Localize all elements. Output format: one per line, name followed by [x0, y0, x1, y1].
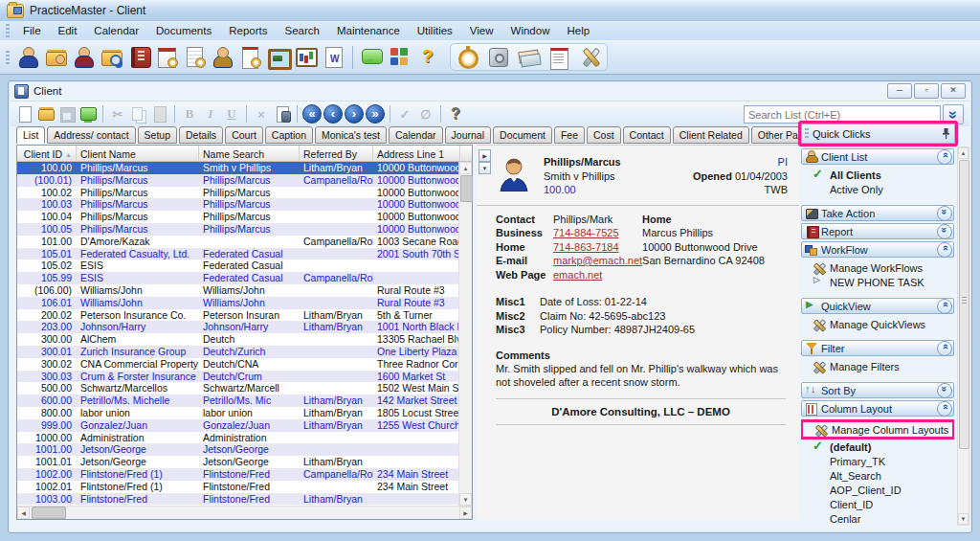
sidebar-item-manage-workflows[interactable]: Manage WorkFlows: [801, 260, 954, 275]
menu-documents[interactable]: Documents: [147, 23, 220, 38]
cancel-button[interactable]: [416, 104, 435, 124]
scroll-right-button[interactable]: ▶: [459, 507, 472, 519]
new-button[interactable]: [15, 104, 34, 124]
table-row[interactable]: 100.03Phillips/MarcusPhillips/Marcus1000…: [17, 198, 458, 211]
contacts-icon[interactable]: [72, 45, 96, 69]
address-book-icon[interactable]: [127, 45, 151, 69]
section-workflow[interactable]: WorkFlow: [801, 241, 954, 258]
table-row[interactable]: 800.00labor unionlabor unionLitham/Bryan…: [17, 407, 458, 419]
table-row[interactable]: 1003.00Flintstone/FredFlintstone/FredLit…: [17, 493, 458, 506]
section-column-layout[interactable]: Column Layout: [801, 400, 954, 417]
table-row[interactable]: 100.04Phillips/MarcusPhillips/Marcus1000…: [17, 211, 458, 223]
clients-icon[interactable]: [16, 45, 40, 69]
journal-icon[interactable]: [183, 45, 207, 69]
tab-setup[interactable]: Setup: [138, 126, 177, 144]
quick-clicks-header[interactable]: Quick Clicks: [801, 124, 955, 144]
table-row[interactable]: 200.02Peterson Insurance Co.Peterson Ins…: [17, 309, 458, 322]
sidebar-item-client-id[interactable]: Client_ID: [801, 497, 954, 511]
vertical-scrollbar[interactable]: ▲ ▼: [458, 162, 472, 506]
tab-contact[interactable]: Contact: [623, 126, 671, 144]
table-row[interactable]: 1001.01Jetson/GeorgeJetson/GeorgeLitham/…: [17, 456, 458, 468]
chart-icon[interactable]: [294, 45, 318, 69]
section-filter[interactable]: Filter: [801, 340, 954, 356]
chevron-up-icon[interactable]: [937, 401, 952, 417]
section-quickview[interactable]: QuickView: [801, 298, 954, 314]
dashboard-icon[interactable]: [388, 45, 412, 69]
table-row[interactable]: 300.02CNA Commercial Property & CasDeutc…: [17, 358, 458, 371]
column-header-client-name[interactable]: Client Name: [77, 146, 199, 161]
menu-calendar[interactable]: Calendar: [85, 23, 147, 38]
menu-file[interactable]: File: [14, 23, 50, 38]
table-row[interactable]: 1002.01Flintstone/Fred (1)Flintstone/Fre…: [17, 481, 458, 493]
paste-button[interactable]: [150, 104, 169, 124]
menubar-grip[interactable]: [6, 24, 10, 37]
vault-icon[interactable]: [486, 45, 510, 69]
tab-list[interactable]: List: [16, 126, 45, 144]
chevron-up-icon[interactable]: [937, 242, 952, 258]
sidebar-scroll-thumb[interactable]: [959, 160, 969, 449]
sidebar-scroll-down-button[interactable]: ▼: [958, 513, 969, 525]
menu-help[interactable]: Help: [558, 23, 598, 38]
table-row[interactable]: 203.00Johnson/HarryJohnson/HarryLitham/B…: [17, 321, 458, 333]
delete-button[interactable]: [252, 104, 271, 124]
pane-collapse-button[interactable]: ▼: [479, 162, 491, 174]
section-report[interactable]: Report: [801, 223, 954, 239]
checks-icon[interactable]: [517, 45, 541, 69]
section-take-action[interactable]: Take Action: [801, 205, 954, 221]
tab-fee[interactable]: Fee: [554, 126, 585, 144]
table-row[interactable]: 500.00Schwartz/MarcellosSchwartz/Marcell…: [17, 382, 458, 394]
table-row[interactable]: 100.02Phillips/MarcusPhillips/Marcus1000…: [17, 187, 458, 199]
scroll-down-button[interactable]: ▼: [459, 493, 472, 506]
last-record-button[interactable]: [366, 104, 385, 124]
tools-icon[interactable]: [578, 45, 602, 69]
menu-window[interactable]: Window: [502, 23, 559, 38]
table-row[interactable]: 105.99ESISFederated CasualCampanella/Rob…: [17, 272, 458, 284]
tab-cost[interactable]: Cost: [587, 126, 621, 144]
table-row[interactable]: 105.01Federated Casualty, Ltd.Federated …: [17, 248, 458, 260]
scroll-up-button[interactable]: ▲: [459, 162, 472, 174]
cut-button[interactable]: [108, 104, 127, 124]
vertical-scroll-thumb[interactable]: [460, 175, 473, 202]
menu-maintenance[interactable]: Maintenance: [328, 23, 409, 38]
tab-monica-s-test[interactable]: Monica's test: [315, 126, 387, 144]
chevron-up-icon[interactable]: [937, 341, 952, 356]
chevron-down-icon[interactable]: [937, 206, 952, 221]
ok-button[interactable]: [395, 104, 414, 124]
chevron-up-icon[interactable]: [937, 299, 952, 314]
task-icon[interactable]: [238, 45, 262, 69]
table-row[interactable]: 600.00Petrillo/Ms. MichellePetrillo/Ms. …: [17, 394, 458, 407]
chevron-down-icon[interactable]: [937, 383, 952, 398]
chevron-up-icon[interactable]: [937, 149, 952, 165]
sidebar-item-manage-column-layouts[interactable]: Manage Column Layouts: [803, 422, 952, 437]
phone-dialer-button[interactable]: [273, 104, 292, 124]
sidebar-item-manage-quickviews[interactable]: Manage QuickViews: [801, 317, 954, 331]
table-row[interactable]: 300.01Zurich Insurance GroupDeutch/Zuric…: [17, 346, 458, 358]
menu-utilities[interactable]: Utilities: [409, 23, 461, 38]
open-button[interactable]: [36, 104, 56, 124]
search-icon[interactable]: [100, 45, 123, 69]
client-file-icon[interactable]: [44, 45, 68, 69]
news-icon[interactable]: [547, 45, 571, 69]
minimize-button[interactable]: ─: [887, 83, 912, 99]
help-button[interactable]: [446, 104, 465, 124]
timer-icon[interactable]: [456, 45, 479, 69]
maximize-button[interactable]: ▫: [914, 83, 939, 99]
word-document-icon[interactable]: [322, 45, 345, 69]
sidebar-item-manage-filters[interactable]: Manage Filters: [801, 359, 954, 373]
horizontal-scroll-thumb[interactable]: [32, 507, 66, 519]
first-record-button[interactable]: [302, 104, 322, 124]
tab-client-related[interactable]: Client Related: [673, 126, 749, 144]
sidebar-item-all-clients[interactable]: All Clients: [801, 168, 954, 182]
search-input[interactable]: [744, 105, 941, 124]
table-row[interactable]: 100.00Phillips/MarcusSmith v PhillipsLit…: [17, 162, 458, 174]
previous-record-button[interactable]: [323, 104, 343, 124]
column-header-referred-by[interactable]: Referred By: [300, 146, 373, 161]
column-header-client-id[interactable]: Client ID▲: [17, 146, 77, 161]
sidebar-item-active-only[interactable]: Active Only: [801, 182, 954, 196]
scroll-left-button[interactable]: ◀: [17, 507, 30, 519]
table-row[interactable]: 105.02ESISFederated Casual: [17, 259, 458, 272]
column-header-name-search[interactable]: Name Search: [199, 146, 300, 161]
table-row[interactable]: 999.00Gonzalez/JuanGonzalez/JuanLitham/B…: [17, 419, 458, 432]
underline-button[interactable]: [222, 104, 241, 124]
next-record-button[interactable]: [345, 104, 364, 124]
